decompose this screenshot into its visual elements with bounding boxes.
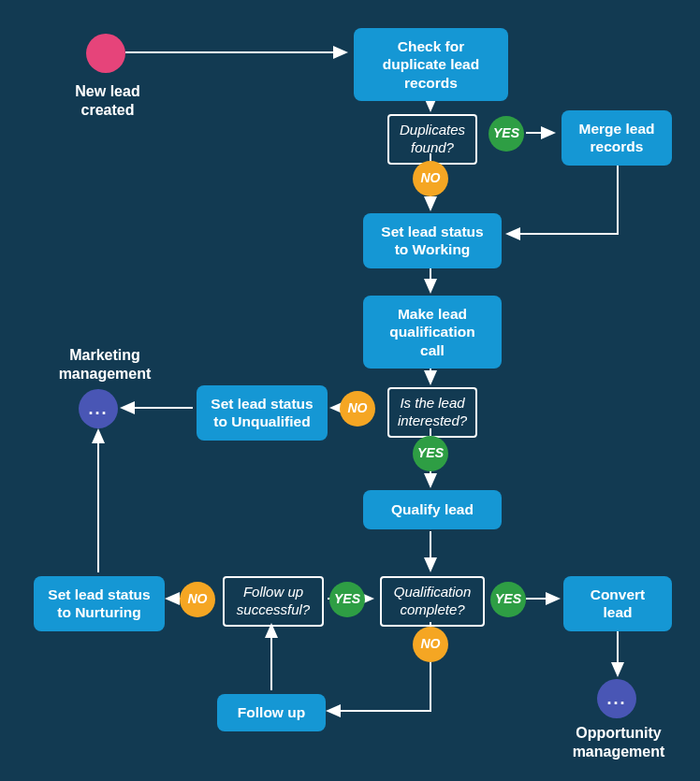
decision-follow-success: Follow up successful? (223, 576, 324, 627)
process-set-working: Set lead status to Working (363, 213, 502, 268)
badge-no-interested: NO (340, 391, 375, 427)
badge-no-duplicates: NO (413, 161, 448, 196)
decision-is-interested: Is the lead interested? (387, 387, 477, 438)
process-merge-records: Merge lead records (561, 110, 672, 166)
start-label: New lead created (56, 82, 159, 120)
terminal-marketing-icon: ... (79, 389, 118, 428)
decision-duplicates-found: Duplicates found? (387, 114, 477, 165)
process-check-duplicates: Check for duplicate lead records (354, 28, 508, 101)
process-convert-lead: Convert lead (563, 576, 672, 631)
badge-yes-followsuccess: YES (329, 582, 365, 617)
terminal-opportunity-label: Opportunity management (558, 724, 679, 761)
process-set-unqualified: Set lead status to Unqualified (197, 385, 328, 441)
process-qual-call: Make lead qualification call (363, 296, 502, 369)
start-node-icon (86, 34, 125, 73)
badge-yes-duplicates: YES (489, 116, 524, 152)
badge-yes-qualcomplete: YES (490, 582, 526, 617)
badge-yes-interested: YES (413, 436, 448, 471)
badge-no-followsuccess: NO (180, 582, 215, 617)
process-follow-up: Follow up (217, 694, 326, 731)
process-qualify-lead: Qualify lead (363, 490, 502, 529)
decision-qual-complete: Qualification complete? (380, 576, 485, 627)
badge-no-qualcomplete: NO (413, 627, 448, 662)
terminal-opportunity-icon: ... (597, 679, 636, 718)
terminal-marketing-label: Marketing management (45, 346, 165, 383)
process-set-nurturing: Set lead status to Nurturing (34, 576, 165, 631)
